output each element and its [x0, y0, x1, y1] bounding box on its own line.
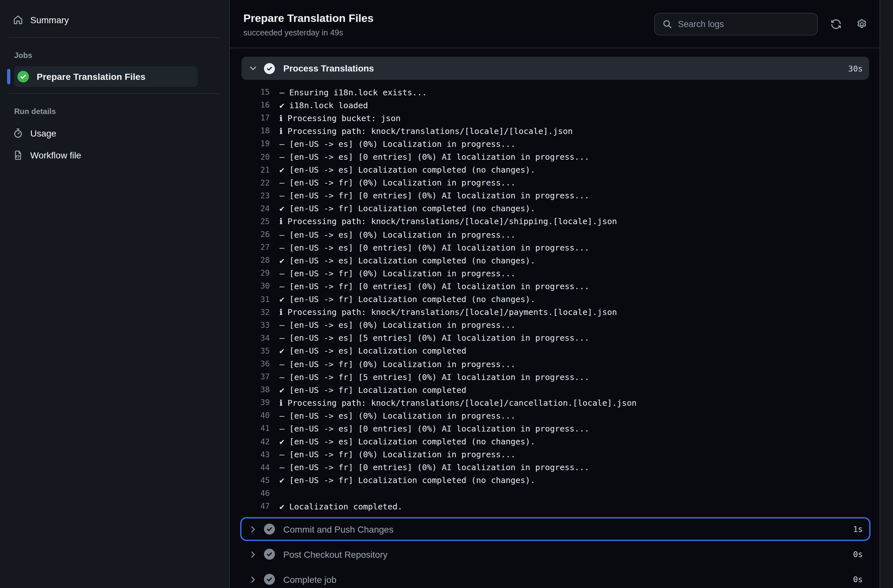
log-line-number[interactable]: 21 — [241, 165, 270, 174]
log-line-number[interactable]: 36 — [241, 359, 270, 368]
log-line-text: ✔ [en-US -> es] Localization completed (… — [280, 165, 535, 174]
log-line-number[interactable]: 40 — [241, 411, 270, 420]
log-line-number[interactable]: 39 — [241, 399, 270, 408]
log-line-text: – [en-US -> fr] [5 entries] (0%) AI loca… — [280, 372, 589, 382]
log-line-number[interactable]: 43 — [241, 450, 270, 459]
log-line: 25ℹ Processing path: knock/translations/… — [241, 215, 869, 228]
log-settings-button[interactable] — [854, 16, 869, 32]
chevron-right-icon — [248, 525, 258, 534]
log-line-number[interactable]: 37 — [241, 372, 270, 381]
log-line: 26– [en-US -> es] (0%) Localization in p… — [241, 228, 869, 241]
chevron-down-icon — [248, 64, 258, 73]
search-logs-input[interactable] — [678, 19, 809, 29]
log-line: 24✔ [en-US -> fr] Localization completed… — [241, 202, 869, 215]
step-success-icon — [264, 63, 275, 74]
sidebar-item-workflow-file[interactable]: Workflow file — [0, 144, 229, 166]
log-line-number[interactable]: 32 — [241, 308, 270, 317]
step-header-commit-and-push-changes[interactable]: Commit and Push Changes 1s — [241, 519, 869, 540]
sidebar-item-label: Workflow file — [30, 150, 81, 160]
log-line: 32ℹ Processing path: knock/translations/… — [241, 305, 869, 319]
log-line-number[interactable]: 16 — [241, 101, 270, 110]
log-line: 42✔ [en-US -> es] Localization completed… — [241, 435, 869, 448]
log-line-number[interactable]: 41 — [241, 424, 270, 433]
log-line-text: – [en-US -> fr] (0%) Localization in pro… — [280, 450, 516, 459]
log-line-number[interactable]: 17 — [241, 113, 270, 122]
log-line-number[interactable]: 35 — [241, 346, 270, 355]
log-line-text: ✔ i18n.lock loaded — [280, 100, 368, 110]
log-line: 46 — [241, 487, 869, 500]
log-line: 33– [en-US -> es] (0%) Localization in p… — [241, 319, 869, 331]
log-line-number[interactable]: 33 — [241, 320, 270, 329]
log-line-number[interactable]: 22 — [241, 178, 270, 187]
log-line-text: – [en-US -> es] (0%) Localization in pro… — [280, 230, 516, 239]
log-line: 27– [en-US -> es] [0 entries] (0%) AI lo… — [241, 241, 869, 254]
log-line-number[interactable]: 42 — [241, 437, 270, 446]
log-line-text: – [en-US -> es] [0 entries] (0%) AI loca… — [280, 152, 589, 162]
gear-icon — [856, 18, 867, 29]
log-line: 35✔ [en-US -> es] Localization completed — [241, 344, 869, 358]
log-line-number[interactable]: 20 — [241, 152, 270, 161]
home-icon — [13, 15, 23, 25]
log-line-text: ℹ Processing bucket: json — [280, 113, 400, 123]
log-line: 15– Ensuring i18n.lock exists... — [241, 86, 869, 99]
log-line-text: ℹ Processing path: knock/translations/[l… — [280, 307, 617, 317]
log-line-number[interactable]: 45 — [241, 476, 270, 485]
step-success-icon — [264, 574, 275, 585]
log-line: 44– [en-US -> fr] [0 entries] (0%) AI lo… — [241, 461, 869, 474]
log-line: 22– [en-US -> fr] (0%) Localization in p… — [241, 176, 869, 189]
search-icon — [663, 19, 672, 29]
log-line-number[interactable]: 44 — [241, 463, 270, 472]
step-success-icon — [264, 523, 275, 535]
run-header: Prepare Translation Files succeeded yest… — [230, 0, 879, 48]
sidebar-item-label: Usage — [30, 128, 56, 138]
log-line-text: ✔ [en-US -> es] Localization completed (… — [280, 256, 535, 265]
log-line-number[interactable]: 27 — [241, 243, 270, 252]
log-line-number[interactable]: 46 — [241, 489, 270, 498]
step-duration: 0s — [853, 574, 863, 584]
log-line-number[interactable]: 25 — [241, 217, 270, 226]
log-line-number[interactable]: 30 — [241, 282, 270, 291]
log-line-text: – [en-US -> fr] [0 entries] (0%) AI loca… — [280, 463, 589, 472]
run-status-text: succeeded yesterday in 49s — [244, 28, 373, 37]
chevron-right-icon — [248, 550, 258, 559]
log-line: 36– [en-US -> fr] (0%) Localization in p… — [241, 358, 869, 370]
log-line-text: ✔ Localization completed. — [280, 501, 402, 511]
step-header-complete-job[interactable]: Complete job 0s — [241, 569, 869, 588]
log-line: 34– [en-US -> es] [5 entries] (0%) AI lo… — [241, 332, 869, 344]
log-line-text: ✔ [en-US -> fr] Localization completed — [280, 385, 466, 394]
log-controls — [654, 12, 869, 35]
log-line-number[interactable]: 38 — [241, 385, 270, 394]
log-line-number[interactable]: 34 — [241, 334, 270, 343]
log-line-text: – [en-US -> es] (0%) Localization in pro… — [280, 139, 516, 149]
log-line-text: ✔ [en-US -> fr] Localization completed (… — [280, 476, 535, 485]
log-line-text: – [en-US -> fr] [0 entries] (0%) AI loca… — [280, 191, 589, 201]
scrollbar-track[interactable] — [879, 0, 893, 588]
log-line-text: – [en-US -> es] [0 entries] (0%) AI loca… — [280, 242, 589, 252]
log-line-number[interactable]: 29 — [241, 269, 270, 278]
job-name: Prepare Translation Files — [37, 72, 146, 82]
log-line-number[interactable]: 19 — [241, 140, 270, 149]
log-line-number[interactable]: 24 — [241, 204, 270, 213]
log-line-number[interactable]: 47 — [241, 502, 270, 511]
log-line-number[interactable]: 18 — [241, 126, 270, 135]
log-line-number[interactable]: 26 — [241, 230, 270, 239]
step-header-process-translations[interactable]: Process Translations 30s — [241, 57, 869, 80]
run-title-block: Prepare Translation Files succeeded yest… — [244, 11, 373, 37]
run-details-section-label: Run details — [0, 94, 229, 122]
step-name: Process Translations — [283, 63, 374, 74]
log-line-number[interactable]: 31 — [241, 295, 270, 304]
log-line-number[interactable]: 28 — [241, 256, 270, 265]
sidebar-item-summary[interactable]: Summary — [0, 9, 229, 31]
success-check-circle-icon — [17, 71, 29, 83]
sidebar-item-job-prepare-translation-files[interactable]: Prepare Translation Files — [14, 66, 198, 87]
log-line-number[interactable]: 15 — [241, 87, 270, 96]
log-line-text: ✔ [en-US -> es] Localization completed — [280, 346, 466, 356]
search-logs-box[interactable] — [654, 12, 818, 35]
sidebar-item-usage[interactable]: Usage — [0, 122, 229, 144]
refresh-logs-button[interactable] — [828, 16, 843, 32]
log-line-number[interactable]: 23 — [241, 191, 270, 200]
log-line-text: – [en-US -> es] (0%) Localization in pro… — [280, 320, 516, 330]
log-line: 30– [en-US -> fr] [0 entries] (0%) AI lo… — [241, 280, 869, 293]
step-header-post-checkout-repository[interactable]: Post Checkout Repository 0s — [241, 544, 869, 565]
log-line: 38✔ [en-US -> fr] Localization completed — [241, 383, 869, 396]
